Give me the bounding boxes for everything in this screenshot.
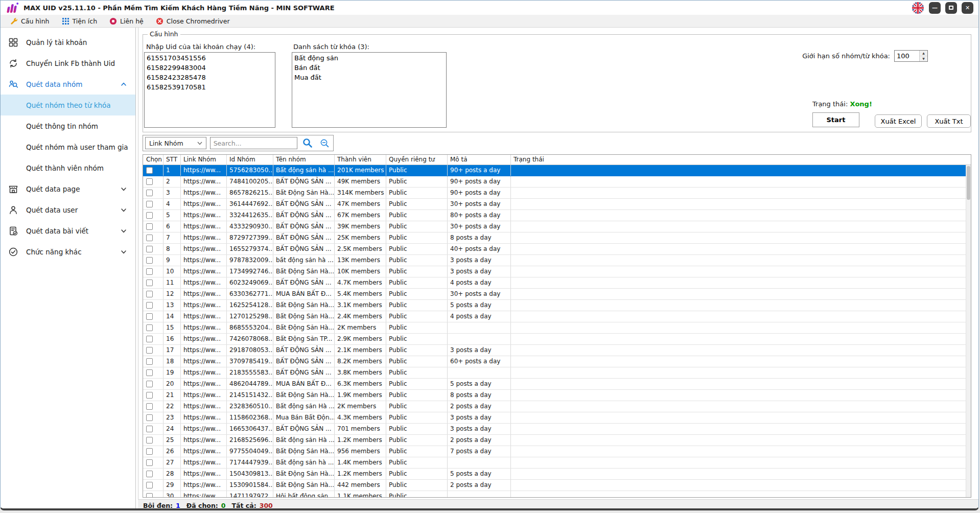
sidebar-subitem-quet-nhom-theo-tu-khoa[interactable]: Quét nhóm theo từ khóa	[1, 95, 135, 115]
table-row[interactable]: 17https://ww...2918708053...BẤT ĐỘNG SẢN…	[143, 345, 971, 356]
spinner-down-icon[interactable]: ▼	[920, 56, 927, 61]
keywords-textarea[interactable]: Bất động sản Bán đất Mua đất	[292, 52, 447, 128]
table-row[interactable]: 11https://ww...6023249069...BẤT ĐỘNG SẢN…	[143, 277, 971, 289]
table-row[interactable]: 12https://ww...6330362771...MUA BÁN BẤT …	[143, 289, 971, 300]
row-checkbox[interactable]	[146, 336, 153, 342]
table-row[interactable]: 5https://ww...3324412635...BẤT ĐỘNG SẢN …	[143, 210, 971, 221]
row-checkbox[interactable]	[146, 212, 153, 219]
chevron-down-icon[interactable]	[121, 227, 127, 234]
table-row[interactable]: 10https://ww...1734992746...Bất Động Sản…	[143, 266, 971, 277]
row-checkbox[interactable]	[146, 313, 153, 320]
filter-dropdown[interactable]: Link Nhóm	[145, 137, 206, 149]
row-checkbox[interactable]	[146, 201, 153, 207]
table-row[interactable]: 18https://ww...3709785419...BẤT ĐỘNG SẢN…	[143, 356, 971, 367]
column-header-quyen-rieng-tu[interactable]: Quyền riêng tư	[386, 155, 448, 165]
row-checkbox[interactable]	[146, 167, 153, 174]
menu-item-close-chromedriver[interactable]: Close Chromedriver	[150, 16, 236, 26]
table-row[interactable]: 14https://ww...1270125298...Bất Động Sản…	[143, 311, 971, 322]
column-header-chon[interactable]: Chọn	[143, 155, 164, 165]
table-row[interactable]: 24https://ww...1665306437...BẤT ĐỘNG SẢN…	[143, 424, 971, 435]
table-row[interactable]: 15https://ww...8685553204...Bất Động Sản…	[143, 322, 971, 334]
table-row[interactable]: 4https://ww...3614447692...BẤT ĐỘNG SẢN …	[143, 199, 971, 210]
vertical-scrollbar[interactable]	[966, 165, 971, 497]
column-header-thanh-vien[interactable]: Thành viên	[335, 155, 386, 165]
row-checkbox[interactable]	[146, 392, 153, 399]
column-header-ten-nhom[interactable]: Tên nhóm	[273, 155, 335, 165]
table-row[interactable]: 20https://ww...4862044789...MUA BÁN BẤT …	[143, 379, 971, 390]
row-checkbox[interactable]	[146, 268, 153, 275]
table-row[interactable]: 25https://ww...2168525696...Bất động sản…	[143, 435, 971, 446]
chevron-down-icon[interactable]	[121, 248, 127, 254]
row-checkbox[interactable]	[146, 324, 153, 331]
sidebar-item-chuc-nang-khac[interactable]: Chức năng khác	[1, 241, 135, 262]
column-header-link-nhom[interactable]: Link Nhóm	[181, 155, 227, 165]
row-checkbox[interactable]	[146, 459, 153, 466]
table-row[interactable]: 6https://ww...4333290930...BẤT ĐỘNG SẢN …	[143, 221, 971, 232]
scrollbar-thumb[interactable]	[967, 166, 970, 200]
table-row[interactable]: 19https://ww...2183555583...BẤT ĐỘNG SẢN…	[143, 367, 971, 379]
table-row[interactable]: 3https://ww...8657826215...Bất Động Sản …	[143, 188, 971, 199]
maximize-button[interactable]	[945, 2, 957, 14]
export-excel-button[interactable]: Xuất Excel	[875, 114, 922, 128]
sidebar-item-chuyen-link-fb-thanh-uid[interactable]: Chuyển Link Fb thành Uid	[1, 53, 135, 74]
column-header-stt[interactable]: STT	[164, 155, 181, 165]
row-checkbox[interactable]	[146, 414, 153, 421]
language-flag-icon[interactable]	[912, 2, 924, 14]
uid-textarea[interactable]: 61551703451556 61582299483004 6158242328…	[144, 52, 275, 128]
chevron-down-icon[interactable]	[121, 185, 127, 192]
row-checkbox[interactable]	[146, 493, 153, 498]
row-checkbox[interactable]	[146, 190, 153, 196]
table-row[interactable]: 2https://ww...7484100205...BẤT ĐỘNG SẢN …	[143, 176, 971, 188]
row-checkbox[interactable]	[146, 246, 153, 252]
row-checkbox[interactable]	[146, 358, 153, 365]
menu-item-lien-he[interactable]: Liên hệ	[104, 16, 149, 26]
row-checkbox[interactable]	[146, 482, 153, 488]
start-button[interactable]: Start	[812, 112, 859, 127]
row-checkbox[interactable]	[146, 426, 153, 432]
sidebar-item-quet-data-bai-viet[interactable]: Quét data bài viết	[1, 220, 135, 241]
row-checkbox[interactable]	[146, 471, 153, 477]
table-row[interactable]: 8https://ww...1655279374...BẤT ĐỘNG SẢN …	[143, 244, 971, 255]
column-header-mo-ta[interactable]: Mô tả	[448, 155, 511, 165]
row-checkbox[interactable]	[146, 302, 153, 309]
sidebar-item-quet-data-user[interactable]: Quét data user	[1, 199, 135, 220]
sidebar-subitem-quet-thong-tin-nhom[interactable]: Quét thông tin nhóm	[1, 115, 135, 136]
row-checkbox[interactable]	[146, 347, 153, 354]
row-checkbox[interactable]	[146, 291, 153, 297]
table-row[interactable]: 27https://ww...7174447939...Bất động sản…	[143, 457, 971, 469]
sidebar-item-quet-data-page[interactable]: Quét data page	[1, 178, 135, 199]
table-row[interactable]: 1https://ww...5756283050...Bất động sản …	[143, 165, 971, 176]
search-input[interactable]	[210, 137, 297, 149]
row-checkbox[interactable]	[146, 448, 153, 455]
menu-item-cau-hinh[interactable]: Cấu hình	[5, 16, 55, 26]
row-checkbox[interactable]	[146, 403, 153, 410]
table-row[interactable]: 16https://ww...7426078068...Bất Động Sản…	[143, 334, 971, 345]
row-checkbox[interactable]	[146, 223, 153, 230]
table-row[interactable]: 13https://ww...1625254128...Bất Động Sản…	[143, 300, 971, 311]
sidebar-subitem-quet-nhom-ma-user-tham-gia[interactable]: Quét nhóm mà user tham gia	[1, 136, 135, 157]
export-txt-button[interactable]: Xuất Txt	[927, 114, 971, 128]
table-row[interactable]: 21https://ww...2145151432...Bất Động Sản…	[143, 390, 971, 401]
close-button[interactable]: ✕	[962, 2, 973, 14]
search-button[interactable]	[301, 136, 314, 150]
table-row[interactable]: 9https://ww...9787832009...bất động sản …	[143, 255, 971, 266]
table-row[interactable]: 29https://ww...1530901584...Bất Động Sản…	[143, 480, 971, 491]
sidebar-item-quet-data-nhom[interactable]: Quét data nhóm	[1, 74, 135, 95]
sidebar-item-quan-ly-tai-khoan[interactable]: Quản lý tài khoản	[1, 32, 135, 53]
row-checkbox[interactable]	[146, 437, 153, 444]
sidebar-subitem-quet-thanh-vien-nhom[interactable]: Quét thành viên nhóm	[1, 157, 135, 178]
table-row[interactable]: 23https://ww...1158602368...Mua Bán Bất …	[143, 412, 971, 424]
chevron-down-icon[interactable]	[121, 206, 127, 213]
table-row[interactable]: 28https://ww...1504309813...Bất Động Sản…	[143, 469, 971, 480]
row-checkbox[interactable]	[146, 257, 153, 264]
row-checkbox[interactable]	[146, 235, 153, 241]
row-checkbox[interactable]	[146, 279, 153, 286]
chevron-up-icon[interactable]	[121, 81, 127, 87]
column-header-trang-thai[interactable]: Trạng thái	[511, 155, 971, 165]
row-checkbox[interactable]	[146, 369, 153, 376]
table-row[interactable]: 22https://ww...2328360510...Bất động sản…	[143, 401, 971, 412]
table-row[interactable]: 30https://ww...1471197972...Hội bất động…	[143, 491, 971, 498]
column-header-id-nhom[interactable]: Id Nhóm	[227, 155, 273, 165]
clear-search-button[interactable]	[318, 136, 331, 150]
table-row[interactable]: 7https://ww...8729727399...BẤT ĐỘNG SẢN …	[143, 232, 971, 244]
